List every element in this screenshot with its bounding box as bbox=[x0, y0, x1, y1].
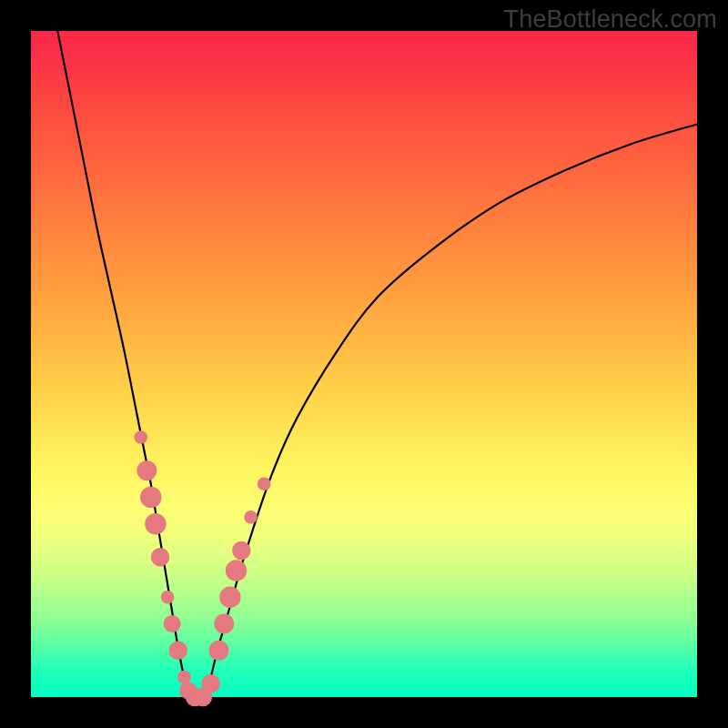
chart-svg bbox=[31, 31, 697, 697]
data-markers bbox=[134, 430, 270, 706]
watermark-text: TheBottleneck.com bbox=[503, 5, 717, 34]
bottleneck-curve bbox=[57, 31, 697, 699]
data-marker bbox=[164, 615, 181, 632]
data-marker bbox=[258, 477, 271, 490]
data-marker bbox=[140, 487, 161, 508]
data-marker bbox=[244, 511, 258, 524]
data-marker bbox=[177, 671, 191, 684]
plot-area bbox=[31, 31, 697, 697]
data-marker bbox=[214, 614, 234, 634]
data-marker bbox=[226, 560, 247, 581]
data-marker bbox=[145, 513, 166, 534]
data-marker bbox=[232, 541, 251, 561]
data-marker bbox=[134, 430, 147, 444]
outer-frame: TheBottleneck.com bbox=[0, 0, 728, 728]
data-marker bbox=[136, 460, 157, 480]
data-marker bbox=[151, 548, 170, 567]
data-marker bbox=[169, 642, 188, 661]
data-marker bbox=[219, 586, 240, 607]
data-marker bbox=[161, 591, 175, 604]
data-marker bbox=[201, 674, 220, 693]
data-marker bbox=[208, 641, 228, 661]
